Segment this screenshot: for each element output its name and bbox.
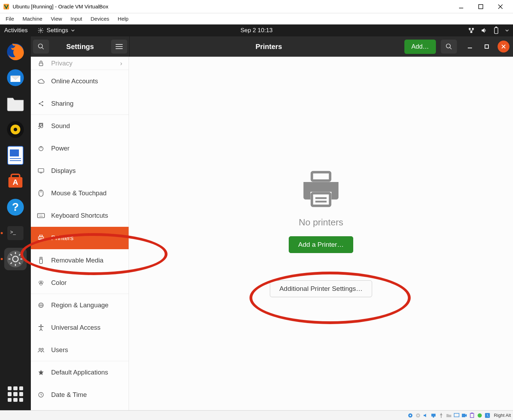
host-close-button[interactable] [491, 0, 510, 13]
users-icon [37, 347, 45, 353]
globe-icon [37, 302, 45, 308]
svg-rect-87 [462, 414, 465, 417]
host-minimize-button[interactable] [451, 0, 471, 13]
svg-rect-62 [40, 235, 42, 236]
sidebar-item-users[interactable]: Users [31, 339, 129, 361]
dock-app-files[interactable] [4, 92, 27, 115]
svg-rect-17 [10, 149, 19, 156]
menu-input[interactable]: Input [67, 14, 86, 23]
hamburger-icon [116, 44, 123, 49]
show-applications-button[interactable] [8, 386, 23, 402]
no-printers-label: No printers [299, 217, 343, 228]
gnome-top-panel: Activities Settings Sep 2 10:13 [0, 24, 513, 36]
sidebar-item-label: Removable Media [51, 257, 103, 264]
status-optical-icon[interactable] [415, 412, 421, 419]
add-a-printer-button[interactable]: Add a Printer… [289, 236, 353, 253]
dock-app-terminal[interactable]: >_ [4, 222, 27, 244]
svg-line-42 [450, 48, 452, 49]
hamburger-menu-button[interactable] [111, 40, 127, 54]
svg-point-41 [446, 44, 451, 48]
menu-machine[interactable]: Machine [19, 14, 46, 23]
activities-button[interactable]: Activities [4, 27, 28, 34]
svg-rect-85 [433, 416, 434, 418]
host-maximize-button[interactable] [471, 0, 491, 13]
network-icon [468, 27, 474, 34]
clock-icon [37, 392, 45, 398]
note-icon [37, 122, 45, 130]
sidebar-item-label: Mouse & Touchpad [51, 189, 107, 197]
settings-sidebar[interactable]: Privacy›Online AccountsSharingSoundPower… [31, 57, 129, 410]
status-hostkey-icon[interactable] [484, 412, 491, 419]
status-clipboard-icon[interactable] [469, 412, 475, 419]
system-status-area[interactable] [468, 27, 509, 34]
status-display-icon[interactable] [453, 412, 460, 419]
star-icon [37, 369, 45, 376]
sidebar-item-region-language[interactable]: Region & Language [31, 294, 129, 316]
status-drag-drop-icon[interactable] [477, 412, 483, 419]
status-shared-folders-icon[interactable] [446, 412, 452, 419]
sidebar-item-removable-media[interactable]: Removable Media [31, 249, 129, 272]
svg-point-81 [410, 415, 411, 416]
panel-search-button[interactable] [441, 40, 457, 54]
svg-point-36 [39, 44, 43, 48]
window-maximize-button[interactable] [481, 41, 493, 52]
sidebar-item-power[interactable]: Power [31, 137, 129, 160]
ubuntu-dock: A ? >_ [0, 36, 31, 410]
svg-point-5 [40, 30, 42, 31]
svg-point-68 [40, 282, 42, 285]
menu-view[interactable]: View [47, 14, 66, 23]
panel-title: Printers [133, 43, 404, 51]
sidebar-item-sharing[interactable]: Sharing [31, 92, 129, 115]
printer-placeholder-icon [300, 170, 342, 209]
dock-app-help[interactable]: ? [4, 196, 27, 218]
status-recording-icon[interactable] [461, 412, 467, 419]
chevron-right-icon: › [120, 59, 122, 67]
svg-rect-8 [471, 31, 472, 33]
dock-app-libreoffice-writer[interactable] [4, 144, 27, 167]
sidebar-item-date-time[interactable]: Date & Time [31, 384, 129, 406]
mouse-icon [37, 190, 45, 197]
dock-app-firefox[interactable] [4, 41, 27, 63]
menu-help[interactable]: Help [114, 14, 132, 23]
svg-rect-9 [494, 28, 498, 34]
menu-devices[interactable]: Devices [87, 14, 113, 23]
dock-app-rhythmbox[interactable] [4, 118, 27, 141]
sidebar-item-label: Region & Language [51, 301, 109, 309]
sidebar-item-label: Default Applications [51, 369, 108, 376]
sidebar-item-sound[interactable]: Sound [31, 115, 129, 137]
sidebar-item-displays[interactable]: Displays [31, 160, 129, 182]
svg-rect-57 [37, 214, 45, 218]
sidebar-item-privacy[interactable]: Privacy› [31, 57, 129, 70]
host-statusbar: Right Alt [0, 410, 513, 420]
sidebar-item-color[interactable]: Color [31, 272, 129, 294]
sidebar-item-label: Power [51, 145, 69, 152]
clock[interactable]: Sep 2 10:13 [240, 27, 273, 34]
dock-app-software[interactable]: A [4, 170, 27, 192]
sidebar-search-button[interactable] [33, 40, 49, 54]
svg-rect-10 [495, 27, 497, 28]
lock-icon [37, 60, 45, 66]
additional-printer-settings-button[interactable]: Additional Printer Settings… [270, 280, 372, 297]
window-minimize-button[interactable] [464, 41, 476, 52]
search-icon [445, 43, 452, 50]
svg-rect-53 [38, 168, 44, 172]
dock-app-settings[interactable] [4, 248, 27, 270]
dock-app-thunderbird[interactable] [4, 66, 27, 89]
status-harddisk-icon[interactable] [407, 412, 413, 419]
gear-icon [37, 27, 44, 34]
svg-rect-47 [39, 63, 43, 66]
app-menu[interactable]: Settings [37, 27, 74, 34]
status-audio-icon[interactable] [423, 412, 429, 419]
sidebar-item-default-applications[interactable]: Default Applications [31, 361, 129, 384]
menu-file[interactable]: File [2, 14, 18, 23]
sidebar-item-keyboard-shortcuts[interactable]: Keyboard Shortcuts [31, 204, 129, 227]
sidebar-item-online-accounts[interactable]: Online Accounts [31, 70, 129, 92]
status-usb-icon[interactable] [438, 412, 444, 419]
sidebar-item-mouse-touchpad[interactable]: Mouse & Touchpad [31, 182, 129, 204]
sidebar-item-printers[interactable]: Printers [31, 227, 129, 249]
sidebar-item-label: Users [51, 346, 68, 354]
add-printer-header-button[interactable]: Add… [404, 40, 436, 54]
sidebar-item-universal-access[interactable]: Universal Access [31, 316, 129, 339]
status-network-icon[interactable] [430, 412, 437, 419]
window-close-button[interactable] [498, 41, 509, 52]
